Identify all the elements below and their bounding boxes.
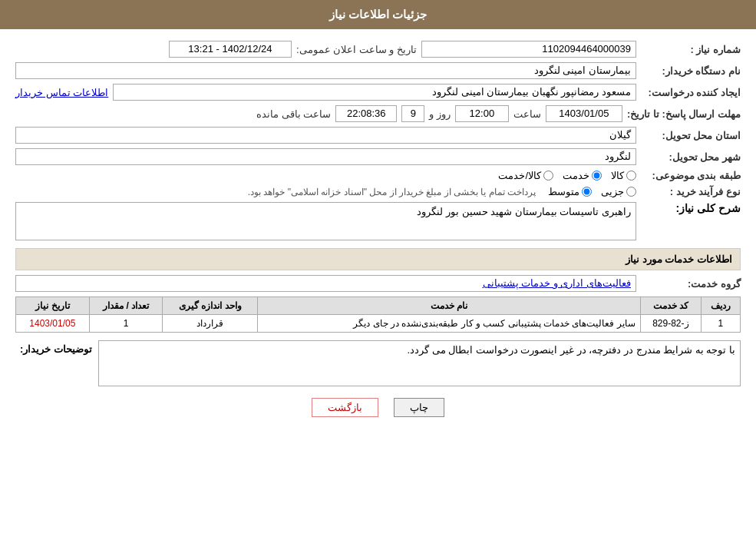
buyer-notes-value: با توجه به شرایط مندرج در دفترچه، در غیر… bbox=[98, 340, 741, 386]
time-label: ساعت bbox=[513, 108, 541, 120]
col-header-quantity: تعداد / مقدار bbox=[89, 297, 163, 315]
service-group-value[interactable]: فعالیت‌های اداری و خدمات پشتیبانی bbox=[15, 275, 636, 292]
services-table-section: ردیف کد خدمت نام خدمت واحد اندازه گیری ت… bbox=[15, 297, 741, 333]
remaining-time-value: 22:08:36 bbox=[335, 105, 397, 122]
col-header-service-code: کد خدمت bbox=[640, 297, 701, 315]
creator-label: ایجاد کننده درخواست: bbox=[641, 87, 741, 98]
general-desc-label: شرح کلی نیاز: bbox=[641, 202, 741, 214]
remaining-label: ساعت باقی مانده bbox=[256, 108, 331, 120]
purchase-type-radio-motovaset[interactable] bbox=[582, 187, 592, 197]
category-label: طبقه بندی موضوعی: bbox=[641, 170, 741, 181]
buyer-notes-section: با توجه به شرایط مندرج در دفترچه، در غیر… bbox=[15, 340, 741, 386]
category-radio-kala[interactable] bbox=[626, 171, 636, 181]
need-number-value: 1102094464000039 bbox=[421, 41, 636, 58]
deadline-label: مهلت ارسال پاسخ: تا تاریخ: bbox=[627, 108, 741, 120]
purchase-type-option-motovaset[interactable]: متوسط bbox=[548, 186, 592, 197]
general-desc-value: راهبری تاسیسات بیمارستان شهید حسین بور ل… bbox=[15, 202, 636, 240]
purchase-type-row: نوع فرآیند خرید : جزیی متوسط پرداخت تمام… bbox=[15, 186, 741, 197]
need-number-label: شماره نیاز : bbox=[641, 44, 741, 55]
table-row: 1 ز-82-829 سایر فعالیت‌های خدمات پشتیبان… bbox=[16, 315, 741, 333]
service-group-label: گروه خدمت: bbox=[641, 278, 741, 290]
creator-value: مسعود رمضانپور نگهبان بیمارستان امینی لن… bbox=[113, 84, 636, 101]
buyer-name-label: نام دستگاه خریدار: bbox=[641, 65, 741, 77]
cell-service-name: سایر فعالیت‌های خدمات پشتیبانی کسب و کار… bbox=[258, 315, 640, 333]
back-button[interactable]: بازگشت bbox=[312, 398, 378, 417]
province-value: گیلان bbox=[15, 127, 636, 144]
category-option-kala[interactable]: کالا bbox=[611, 170, 636, 181]
deadline-time-value: 12:00 bbox=[455, 105, 509, 122]
col-header-unit: واحد اندازه گیری bbox=[163, 297, 258, 315]
buttons-row: چاپ بازگشت bbox=[15, 398, 741, 417]
buyer-name-row: نام دستگاه خریدار: بیمارستان امینی لنگرو… bbox=[15, 62, 741, 79]
category-radio-kala-khedmat[interactable] bbox=[543, 171, 553, 181]
print-button[interactable]: چاپ bbox=[394, 398, 444, 417]
category-radio-group: کالا خدمت کالا/خدمت bbox=[498, 170, 636, 181]
announce-datetime-label: تاریخ و ساعت اعلان عمومی: bbox=[296, 44, 417, 55]
services-table: ردیف کد خدمت نام خدمت واحد اندازه گیری ت… bbox=[15, 297, 741, 333]
cell-quantity: 1 bbox=[89, 315, 163, 333]
general-desc-row: شرح کلی نیاز: راهبری تاسیسات بیمارستان ش… bbox=[15, 202, 741, 240]
service-group-row: گروه خدمت: فعالیت‌های اداری و خدمات پشتی… bbox=[15, 275, 741, 292]
deadline-date-value: 1403/01/05 bbox=[546, 105, 622, 122]
city-label: شهر محل تحویل: bbox=[641, 151, 741, 163]
purchase-type-radio-jozi[interactable] bbox=[626, 187, 636, 197]
col-header-service-name: نام خدمت bbox=[258, 297, 640, 315]
buyer-name-value: بیمارستان امینی لنگرود bbox=[15, 62, 636, 79]
col-header-row-num: ردیف bbox=[701, 297, 740, 315]
category-row: طبقه بندی موضوعی: کالا خدمت کالا/خدمت bbox=[15, 170, 741, 181]
category-label-khedmat: خدمت bbox=[563, 170, 589, 181]
purchase-type-note: پرداخت تمام یا بخشی از مبلغ خریدار از مح… bbox=[248, 187, 536, 197]
col-header-date: تاریخ نیاز bbox=[16, 297, 90, 315]
province-row: استان محل تحویل: گیلان bbox=[15, 127, 741, 144]
category-label-kala: کالا bbox=[611, 170, 624, 181]
cell-service-code: ز-82-829 bbox=[640, 315, 701, 333]
purchase-type-label: نوع فرآیند خرید : bbox=[641, 186, 741, 197]
cell-date: 1403/01/05 bbox=[16, 315, 90, 333]
days-value: 9 bbox=[401, 105, 424, 122]
purchase-type-label-jozi: جزیی bbox=[601, 186, 624, 197]
days-label: روز و bbox=[429, 108, 451, 120]
page-header: جزئیات اطلاعات نیاز bbox=[0, 0, 756, 29]
cell-unit: قرارداد bbox=[163, 315, 258, 333]
purchase-type-label-motovaset: متوسط bbox=[548, 186, 579, 197]
city-row: شهر محل تحویل: لنگرود bbox=[15, 148, 741, 165]
city-value: لنگرود bbox=[15, 148, 636, 165]
purchase-type-option-jozi[interactable]: جزیی bbox=[601, 186, 636, 197]
province-label: استان محل تحویل: bbox=[641, 130, 741, 141]
need-number-row: شماره نیاز : 1102094464000039 تاریخ و سا… bbox=[15, 41, 741, 58]
purchase-type-radio-group: جزیی متوسط bbox=[548, 186, 636, 197]
category-radio-khedmat[interactable] bbox=[592, 171, 602, 181]
buyer-notes-label: توضیحات خریدار: bbox=[15, 340, 92, 355]
page-title: جزئیات اطلاعات نیاز bbox=[329, 8, 427, 21]
creator-contact-link[interactable]: اطلاعات تماس خریدار bbox=[15, 87, 108, 98]
category-label-kala-khedmat: کالا/خدمت bbox=[498, 170, 541, 181]
services-section-title: اطلاعات خدمات مورد نیاز bbox=[15, 248, 741, 270]
deadline-row: مهلت ارسال پاسخ: تا تاریخ: 1403/01/05 سا… bbox=[15, 105, 741, 122]
announce-datetime-value: 1402/12/24 - 13:21 bbox=[169, 41, 292, 58]
category-option-khedmat[interactable]: خدمت bbox=[563, 170, 602, 181]
table-header-row: ردیف کد خدمت نام خدمت واحد اندازه گیری ت… bbox=[16, 297, 741, 315]
cell-row-num: 1 bbox=[701, 315, 740, 333]
category-option-kala-khedmat[interactable]: کالا/خدمت bbox=[498, 170, 553, 181]
creator-row: ایجاد کننده درخواست: مسعود رمضانپور نگهب… bbox=[15, 84, 741, 101]
